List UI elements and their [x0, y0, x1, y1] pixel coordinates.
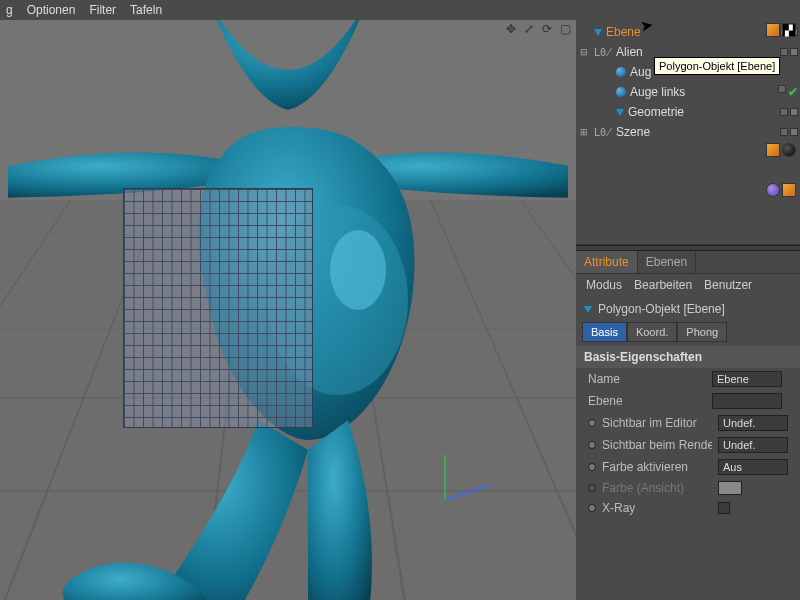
- menu-item[interactable]: g: [6, 3, 13, 17]
- move-icon[interactable]: ✥: [504, 22, 518, 36]
- attribute-manager: Attribute Ebenen Modus Bearbeiten Benutz…: [576, 251, 800, 600]
- layer-field[interactable]: [712, 393, 782, 409]
- section-header: Basis-Eigenschaften: [576, 346, 800, 368]
- tree-label: Geometrie: [628, 105, 776, 119]
- color-enable-field[interactable]: [718, 459, 788, 475]
- collapse-icon[interactable]: ⊟: [580, 47, 590, 57]
- tab-attribute[interactable]: Attribute: [576, 251, 638, 273]
- tooltip: Polygon-Objekt [Ebene]: [654, 57, 780, 75]
- tab-layers[interactable]: Ebenen: [638, 251, 696, 273]
- menu-user[interactable]: Benutzer: [704, 278, 752, 292]
- tree-row-geometry[interactable]: Geometrie: [576, 102, 800, 122]
- expand-icon[interactable]: ⊞: [580, 127, 590, 137]
- object-header: Polygon-Objekt [Ebene]: [598, 302, 725, 316]
- tree-row-ebene[interactable]: Ebene ▞: [576, 22, 800, 42]
- tab-basis[interactable]: Basis: [582, 322, 627, 342]
- anim-dot[interactable]: [588, 441, 596, 449]
- 3d-viewport[interactable]: ✥ ⤢ ⟳ ▢: [0, 20, 576, 600]
- svg-line-3: [445, 485, 490, 500]
- vis-render-field[interactable]: [718, 437, 788, 453]
- tab-phong[interactable]: Phong: [677, 322, 727, 342]
- tag-icon[interactable]: [766, 143, 780, 157]
- menu-item[interactable]: Tafeln: [130, 3, 162, 17]
- anim-dot[interactable]: [588, 419, 596, 427]
- color-swatch: [718, 481, 742, 495]
- plane-object[interactable]: [123, 188, 313, 428]
- svg-point-1: [330, 230, 386, 310]
- tree-label: Ebene: [606, 25, 776, 39]
- xray-checkbox[interactable]: [718, 502, 730, 514]
- sphere-icon: [616, 87, 626, 97]
- anim-dot[interactable]: [588, 504, 596, 512]
- anim-dot[interactable]: [588, 463, 596, 471]
- polygon-icon: [616, 109, 624, 116]
- menu-bar: g Optionen Filter Tafeln: [0, 0, 800, 20]
- prop-label-color-view: Farbe (Ansicht): [602, 481, 712, 495]
- material-tag-icon[interactable]: [782, 143, 796, 157]
- tag-icon[interactable]: [782, 183, 796, 197]
- menu-item[interactable]: Filter: [89, 3, 116, 17]
- axis-gizmo[interactable]: [435, 450, 495, 510]
- null-icon: L0̸: [594, 47, 612, 58]
- prop-label-name: Name: [588, 372, 706, 386]
- object-manager[interactable]: Ebene ▞ ⊟ L0̸ Alien Aug: [576, 20, 800, 245]
- rotate-icon[interactable]: ⟳: [540, 22, 554, 36]
- sphere-icon: [616, 67, 626, 77]
- tab-coord[interactable]: Koord.: [627, 322, 677, 342]
- tag-icon[interactable]: ▞: [782, 23, 796, 37]
- prop-label-vis-editor: Sichtbar im Editor: [602, 416, 712, 430]
- polygon-icon: [584, 306, 592, 313]
- prop-label-layer: Ebene: [588, 394, 706, 408]
- tree-label: Auge links: [630, 85, 774, 99]
- null-icon: L0̸: [594, 127, 612, 138]
- zoom-icon[interactable]: ⤢: [522, 22, 536, 36]
- vis-editor-field[interactable]: [718, 415, 788, 431]
- tree-row-eye-l[interactable]: Auge links ✔: [576, 82, 800, 102]
- frame-icon[interactable]: ▢: [558, 22, 572, 36]
- prop-label-vis-render: Sichtbar beim Rendern: [602, 438, 712, 452]
- name-field[interactable]: [712, 371, 782, 387]
- menu-item[interactable]: Optionen: [27, 3, 76, 17]
- viewport-icons: ✥ ⤢ ⟳ ▢: [504, 22, 572, 36]
- menu-mode[interactable]: Modus: [586, 278, 622, 292]
- menu-edit[interactable]: Bearbeiten: [634, 278, 692, 292]
- material-tag-icon[interactable]: [766, 183, 780, 197]
- anim-dot: [588, 484, 596, 492]
- prop-label-xray: X-Ray: [602, 501, 712, 515]
- tree-row-scene[interactable]: ⊞ L0̸ Szene: [576, 122, 800, 142]
- tree-label: Szene: [616, 125, 776, 139]
- prop-label-color-enable: Farbe aktivieren: [602, 460, 712, 474]
- polygon-icon: [594, 29, 602, 36]
- tag-icon[interactable]: [766, 23, 780, 37]
